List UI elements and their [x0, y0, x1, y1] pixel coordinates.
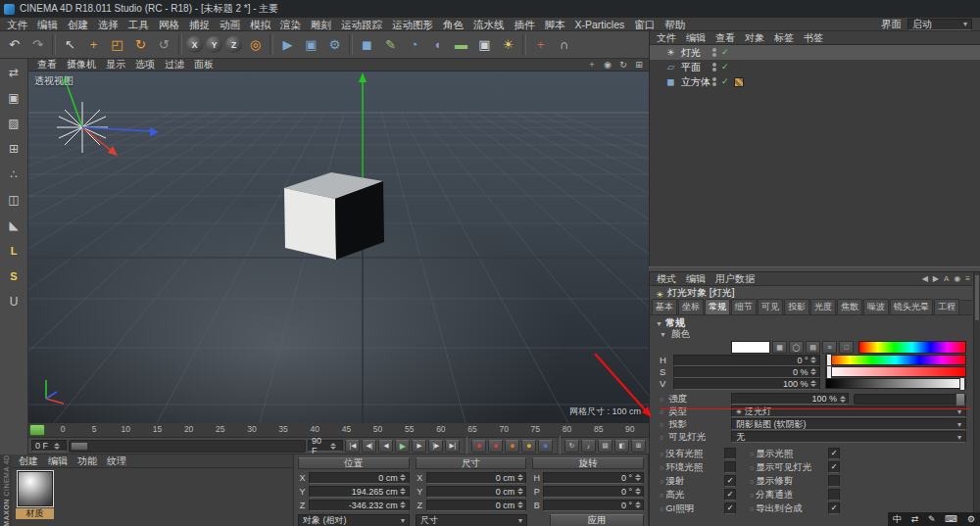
- spinner[interactable]: [326, 441, 341, 451]
- no-illumination-checkbox[interactable]: [724, 448, 736, 459]
- goto-end-button[interactable]: ▶|: [445, 440, 460, 453]
- intensity-field[interactable]: 100 %: [731, 393, 849, 405]
- position-y-field[interactable]: 194.265 cm: [309, 486, 410, 498]
- autokey-button[interactable]: ●: [488, 440, 503, 453]
- prev-frame-button[interactable]: ◀: [378, 440, 393, 453]
- polygons-mode-button[interactable]: ◣: [3, 215, 24, 236]
- menu-select[interactable]: 选择: [93, 18, 123, 31]
- spinner[interactable]: [634, 487, 641, 497]
- goto-start-button[interactable]: |◀: [345, 440, 360, 453]
- tab-visibility[interactable]: 可见: [758, 299, 783, 314]
- menu-mesh[interactable]: 网格: [154, 18, 184, 31]
- spinner[interactable]: [810, 379, 817, 389]
- tab-coordinates[interactable]: 坐标: [678, 299, 704, 314]
- coordinate-system-button[interactable]: ◎: [244, 33, 267, 56]
- tab-details[interactable]: 细节: [731, 299, 757, 314]
- tab-lens-flare[interactable]: 镜头光晕: [890, 299, 933, 314]
- play-button[interactable]: ▶: [395, 440, 410, 453]
- tab-general[interactable]: 常规: [705, 299, 730, 314]
- add-generator-button[interactable]: ◔: [403, 33, 425, 56]
- workplane-mode-button[interactable]: ⊞: [3, 138, 24, 160]
- timeline-range-slider[interactable]: [69, 440, 305, 453]
- workplane-lock-button[interactable]: U: [3, 291, 24, 312]
- next-frame-button[interactable]: ▶: [412, 440, 426, 453]
- spinner[interactable]: [634, 501, 641, 510]
- menu-create[interactable]: 创建: [63, 18, 93, 31]
- menu-animate[interactable]: 动画: [215, 18, 245, 31]
- om-menu-edit[interactable]: 编辑: [681, 31, 710, 45]
- hud-toggle-button[interactable]: ▤: [598, 440, 612, 453]
- text-mode-icon[interactable]: A: [944, 274, 949, 283]
- menu-edit[interactable]: 编辑: [32, 18, 63, 31]
- preferences-button[interactable]: ⊞: [631, 440, 646, 453]
- undo-button[interactable]: ↶: [3, 33, 25, 56]
- panel-menu-icon[interactable]: ≡: [965, 274, 970, 283]
- am-menu-userdata[interactable]: 用户数据: [710, 272, 760, 286]
- timeline-ruler[interactable]: 05 1015 2025 3035 4045 5055 6065 7075 80…: [28, 423, 649, 438]
- spinner[interactable]: [516, 501, 523, 510]
- vp-menu-panel[interactable]: 面板: [189, 58, 219, 72]
- toggle-views-icon[interactable]: ⊞: [633, 60, 645, 70]
- tab-photometric[interactable]: 光度: [810, 299, 836, 314]
- color-swatches-icon[interactable]: ▦: [772, 341, 787, 354]
- start-frame-field[interactable]: 0 F: [31, 440, 67, 452]
- mat-menu-texture[interactable]: 纹理: [102, 454, 131, 468]
- enable-snap-button[interactable]: S: [3, 265, 24, 287]
- zoom-view-icon[interactable]: ◉: [602, 60, 613, 70]
- scale-header[interactable]: 尺寸: [416, 457, 527, 469]
- ambient-illumination-checkbox[interactable]: [724, 461, 736, 473]
- color-spectrum-bar[interactable]: [858, 341, 966, 354]
- playback-mode-button[interactable]: ↻: [564, 440, 579, 453]
- ime-mode-icon[interactable]: ⇄: [911, 514, 919, 524]
- model-mode-button[interactable]: ▣: [3, 87, 24, 109]
- perspective-viewport[interactable]: 透视视图 网格尺寸 : 100 cm: [28, 72, 649, 423]
- saturation-slider[interactable]: [825, 366, 967, 377]
- y-axis-handle[interactable]: [359, 72, 367, 191]
- nav-back-icon[interactable]: ◀: [922, 274, 928, 283]
- rotation-b-field[interactable]: 0 °: [543, 500, 644, 511]
- menu-motion-tracker[interactable]: 运动跟踪: [336, 18, 387, 31]
- slider-marker[interactable]: [959, 377, 965, 391]
- color-wheel-icon[interactable]: ◯: [789, 341, 804, 354]
- spinner[interactable]: [400, 473, 407, 483]
- intensity-slider[interactable]: [854, 394, 966, 405]
- visibility-dots[interactable]: [712, 48, 716, 57]
- add-camera-button[interactable]: ▣: [473, 33, 496, 56]
- pan-view-icon[interactable]: +: [586, 60, 598, 70]
- show-clipping-checkbox[interactable]: [828, 475, 840, 487]
- ime-pen-icon[interactable]: ✎: [928, 514, 936, 524]
- nav-forward-icon[interactable]: ▶: [933, 274, 939, 283]
- points-mode-button[interactable]: ∴: [3, 164, 24, 185]
- cube-object[interactable]: [284, 172, 384, 260]
- hue-field[interactable]: 0 °: [673, 355, 820, 366]
- menu-character[interactable]: 角色: [438, 18, 468, 31]
- ime-keyboard-icon[interactable]: ⌨: [945, 514, 957, 524]
- scale-tool[interactable]: ◰: [106, 33, 128, 56]
- tab-caustics[interactable]: 焦散: [837, 299, 862, 314]
- specular-checkbox[interactable]: ✓: [724, 489, 736, 501]
- menu-tools[interactable]: 工具: [123, 18, 154, 31]
- live-selection-tool[interactable]: ↖: [59, 33, 81, 56]
- z-axis-lock-button[interactable]: Z: [225, 36, 242, 53]
- apply-button[interactable]: 应用: [550, 514, 644, 526]
- menu-help[interactable]: 帮助: [660, 18, 690, 31]
- show-visible-light-checkbox[interactable]: ✓: [828, 461, 840, 473]
- om-menu-objects[interactable]: 对象: [740, 31, 769, 45]
- add-cube-button[interactable]: ◼: [356, 33, 378, 56]
- next-key-button[interactable]: |▶: [428, 440, 443, 453]
- texture-tag-icon[interactable]: [734, 77, 744, 87]
- edges-mode-button[interactable]: ◫: [3, 189, 24, 211]
- mat-menu-edit[interactable]: 编辑: [43, 454, 73, 468]
- position-header[interactable]: 位置: [298, 457, 410, 469]
- menu-mograph[interactable]: 运动图形: [387, 18, 438, 31]
- value-slider[interactable]: [825, 378, 967, 389]
- am-menu-edit[interactable]: 编辑: [681, 272, 710, 286]
- enable-check-icon[interactable]: ✓: [721, 62, 729, 72]
- sound-toggle-button[interactable]: ♪: [581, 440, 596, 453]
- view-options-button[interactable]: ◧: [614, 440, 629, 453]
- slider-marker[interactable]: [826, 365, 832, 379]
- prev-key-button[interactable]: ◀|: [362, 440, 376, 453]
- rotate-tool[interactable]: ↻: [129, 33, 152, 56]
- saturation-field[interactable]: 0 %: [673, 366, 820, 378]
- visibility-dots[interactable]: [712, 77, 716, 86]
